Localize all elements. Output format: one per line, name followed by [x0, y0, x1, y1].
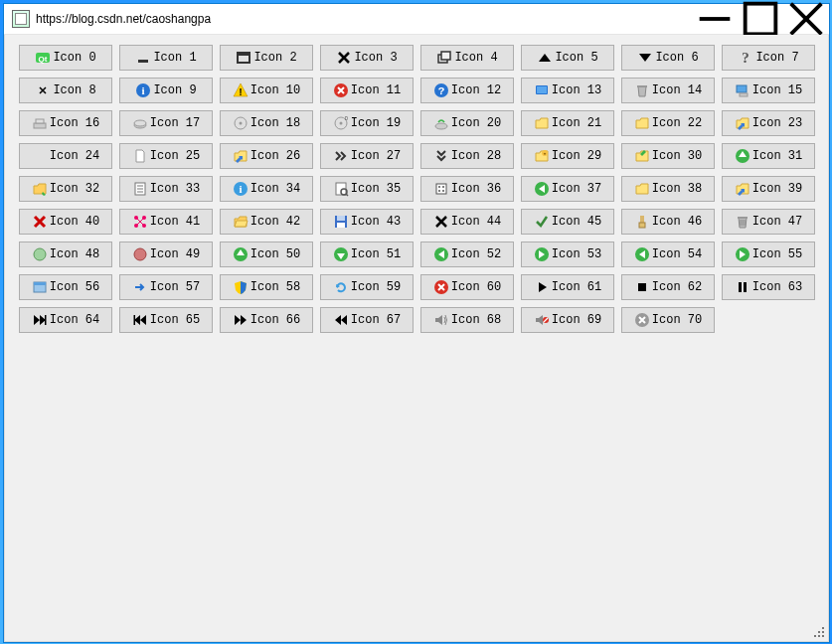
- icon-button-14[interactable]: Icon 14: [621, 78, 715, 103]
- icon-button-37[interactable]: Icon 37: [521, 176, 614, 202]
- icon-button-25[interactable]: Icon 25: [119, 143, 213, 169]
- icon-button-4[interactable]: Icon 4: [420, 45, 514, 71]
- icon-button-65[interactable]: Icon 65: [119, 307, 213, 333]
- file-dialog-parent-icon: [634, 148, 650, 164]
- drive-floppy-icon: [32, 115, 48, 131]
- icon-button-44[interactable]: Icon 44: [420, 209, 514, 235]
- icon-button-15[interactable]: Icon 15: [722, 78, 815, 103]
- icon-button-2[interactable]: Icon 2: [220, 45, 313, 71]
- close-button[interactable]: [783, 4, 829, 34]
- icon-button-50[interactable]: Icon 50: [220, 242, 313, 267]
- icon-button-29[interactable]: ★Icon 29: [521, 143, 614, 169]
- icon-button-69[interactable]: Icon 69: [521, 307, 614, 333]
- icon-button-0[interactable]: QtIcon 0: [19, 45, 112, 71]
- svg-text:i: i: [239, 183, 242, 195]
- icon-label: Icon 44: [451, 215, 501, 229]
- icon-button-41[interactable]: Icon 41: [119, 209, 213, 235]
- icon-label: Icon 3: [354, 51, 397, 65]
- icon-button-30[interactable]: Icon 30: [621, 143, 715, 169]
- icon-button-40[interactable]: Icon 40: [19, 209, 112, 235]
- icon-button-21[interactable]: Icon 21: [521, 110, 614, 136]
- size-grip[interactable]: [812, 625, 826, 639]
- icon-button-59[interactable]: Icon 59: [320, 274, 414, 300]
- icon-button-48[interactable]: Icon 48: [19, 242, 112, 267]
- icon-label: Icon 29: [552, 149, 601, 163]
- icon-button-13[interactable]: Icon 13: [521, 78, 614, 103]
- icon-button-34[interactable]: iIcon 34: [220, 176, 313, 202]
- icon-button-17[interactable]: Icon 17: [119, 110, 213, 136]
- icon-button-43[interactable]: Icon 43: [320, 209, 414, 235]
- icon-button-6[interactable]: Icon 6: [621, 45, 715, 71]
- icon-label: Icon 66: [250, 313, 300, 327]
- svg-rect-80: [45, 315, 47, 325]
- icon-button-8[interactable]: Icon 8: [19, 78, 112, 103]
- dialog-no-icon: [132, 246, 148, 262]
- icon-button-38[interactable]: Icon 38: [621, 176, 715, 202]
- icon-button-57[interactable]: Icon 57: [119, 274, 213, 300]
- title-bar[interactable]: https://blog.csdn.net/caoshangpa: [4, 4, 829, 35]
- icon-label: Icon 11: [351, 83, 401, 97]
- icon-label: Icon 67: [351, 313, 401, 327]
- icon-button-5[interactable]: Icon 5: [521, 45, 614, 71]
- icon-button-9[interactable]: iIcon 9: [119, 78, 213, 103]
- svg-rect-20: [637, 85, 647, 87]
- icon-button-42[interactable]: Icon 42: [220, 209, 313, 235]
- icon-button-19[interactable]: DIcon 19: [320, 110, 414, 136]
- icon-button-68[interactable]: Icon 68: [420, 307, 514, 333]
- icon-button-11[interactable]: Icon 11: [320, 78, 414, 103]
- maximize-button[interactable]: [738, 4, 783, 34]
- icon-button-63[interactable]: Icon 63: [722, 274, 815, 300]
- icon-button-1[interactable]: Icon 1: [119, 45, 213, 71]
- icon-button-61[interactable]: Icon 61: [521, 274, 614, 300]
- icon-label: Icon 45: [552, 215, 601, 229]
- icon-button-24[interactable]: Icon 24: [19, 143, 112, 169]
- icon-button-18[interactable]: Icon 18: [220, 110, 313, 136]
- icon-button-45[interactable]: Icon 45: [521, 209, 614, 235]
- icon-button-39[interactable]: Icon 39: [722, 176, 815, 202]
- icon-button-3[interactable]: Icon 3: [320, 45, 414, 71]
- icon-button-62[interactable]: Icon 62: [621, 274, 715, 300]
- icon-button-31[interactable]: Icon 31: [722, 143, 815, 169]
- icon-label: Icon 1: [153, 51, 196, 65]
- icon-button-64[interactable]: Icon 64: [19, 307, 112, 333]
- icon-button-47[interactable]: Icon 47: [722, 209, 815, 235]
- messagebox-critical-icon: [333, 82, 349, 98]
- icon-button-52[interactable]: Icon 52: [420, 242, 514, 267]
- icon-button-22[interactable]: Icon 22: [621, 110, 715, 136]
- svg-rect-45: [436, 184, 446, 194]
- icon-button-28[interactable]: Icon 28: [420, 143, 514, 169]
- icon-button-60[interactable]: Icon 60: [420, 274, 514, 300]
- application-window: https://blog.csdn.net/caoshangpa QtIcon …: [3, 3, 830, 643]
- icon-button-46[interactable]: Icon 46: [621, 209, 715, 235]
- icon-button-16[interactable]: Icon 16: [19, 110, 112, 136]
- icon-button-12[interactable]: ?Icon 12: [420, 78, 514, 103]
- icon-button-35[interactable]: Icon 35: [320, 176, 414, 202]
- icon-label: Icon 26: [250, 149, 300, 163]
- icon-button-70[interactable]: Icon 70: [621, 307, 715, 333]
- icon-button-66[interactable]: Icon 66: [220, 307, 313, 333]
- icon-button-55[interactable]: Icon 55: [722, 242, 815, 267]
- icon-button-53[interactable]: Icon 53: [521, 242, 614, 267]
- icon-label: Icon 47: [752, 215, 802, 229]
- minimize-button[interactable]: [692, 4, 738, 34]
- icon-button-33[interactable]: Icon 33: [119, 176, 213, 202]
- icon-button-67[interactable]: Icon 67: [320, 307, 414, 333]
- icon-button-58[interactable]: Icon 58: [220, 274, 313, 300]
- icon-button-10[interactable]: !Icon 10: [220, 78, 313, 103]
- icon-button-7[interactable]: ?Icon 7: [722, 45, 815, 71]
- icon-button-20[interactable]: Icon 20: [420, 110, 514, 136]
- folder-link-icon: [735, 115, 750, 131]
- icon-button-49[interactable]: Icon 49: [119, 242, 213, 267]
- icon-button-56[interactable]: Icon 56: [19, 274, 112, 300]
- icon-button-27[interactable]: Icon 27: [320, 143, 414, 169]
- icon-label: Icon 65: [150, 313, 200, 327]
- icon-button-23[interactable]: Icon 23: [722, 110, 815, 136]
- icon-button-26[interactable]: Icon 26: [220, 143, 313, 169]
- svg-point-47: [442, 186, 444, 188]
- icon-button-32[interactable]: Icon 32: [19, 176, 112, 202]
- icon-button-54[interactable]: Icon 54: [621, 242, 715, 267]
- close-grey-circle-icon: [634, 312, 650, 328]
- icon-label: Icon 5: [555, 51, 597, 65]
- icon-button-51[interactable]: Icon 51: [320, 242, 414, 267]
- icon-button-36[interactable]: Icon 36: [420, 176, 514, 202]
